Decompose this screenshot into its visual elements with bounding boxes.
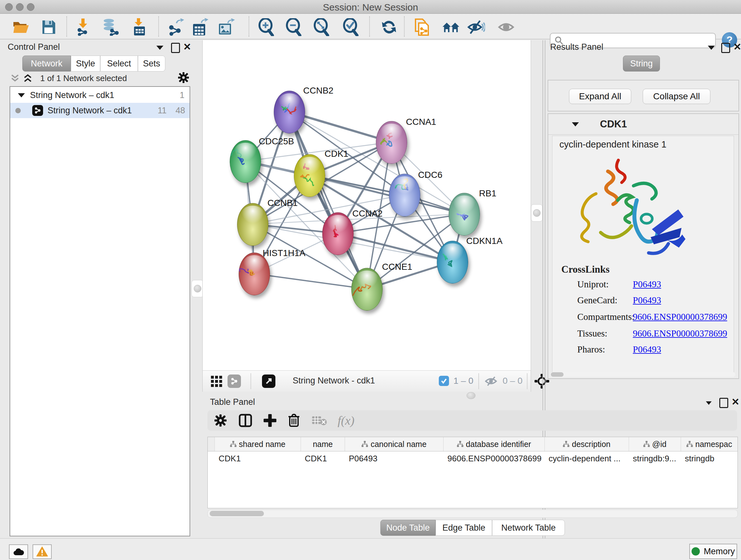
column-header-canonical-name[interactable]: canonical name [345,437,444,451]
save-icon [41,20,56,35]
export-table-button[interactable] [191,18,209,36]
node-label-CDK1: CDK1 [325,149,348,159]
delete-column-trash-icon[interactable] [288,414,300,428]
tab-network-table[interactable]: Network Table [492,520,565,536]
tab-style[interactable]: Style [71,56,100,71]
import-network-file-button[interactable] [74,18,92,36]
network-row-selected[interactable]: String Network – cdk1 11 48 [10,103,190,118]
table-horizontal-scrollbar[interactable] [207,509,738,518]
cloud-button[interactable] [9,544,28,559]
network-node-CDKN1A[interactable] [437,241,468,284]
close-panel-button[interactable]: ✕ [183,43,191,51]
crosslink-link[interactable]: P06493 [633,344,661,355]
save-session-button[interactable] [40,18,57,36]
zoom-fit-button[interactable] [313,18,330,36]
float-panel-button[interactable] [708,45,715,51]
expand-all-networks-icon[interactable] [23,74,32,82]
network-node-CDC25B[interactable] [230,140,261,183]
column-header-name[interactable]: name [301,437,345,451]
tab-node-table[interactable]: Node Table [381,520,435,536]
close-panel-button[interactable]: ✕ [731,398,739,406]
export-image-button[interactable] [217,18,235,36]
column-header-description[interactable]: description [545,437,629,451]
column-header-shared-name[interactable]: shared name [215,437,301,451]
network-edge[interactable] [254,273,367,289]
network-options-gear-icon[interactable] [178,72,189,83]
warnings-button[interactable] [32,544,52,559]
import-network-database-button[interactable] [102,18,119,36]
maximize-panel-button[interactable] [721,43,730,54]
network-node-HIST1H1A[interactable] [239,253,270,295]
copy-network-icon [414,18,430,37]
network-collection-row[interactable]: String Network – cdk1 1 [10,87,190,103]
network-type-share-icon[interactable] [227,374,241,388]
expand-all-button[interactable]: Expand All [569,89,631,104]
network-edge[interactable] [309,175,464,214]
network-node-RB1[interactable] [449,193,480,236]
hide-selected-button[interactable] [467,18,485,36]
collapse-all-networks-icon[interactable] [11,74,19,82]
crosslink-link[interactable]: 9606.ENSP00000378699 [633,328,727,339]
network-node-count: 11 [158,106,166,116]
collapse-all-button[interactable]: Collapse All [643,89,711,104]
create-column-plus-icon[interactable] [264,414,276,427]
delete-table-icon-disabled [312,415,327,426]
selected-checkbox[interactable] [439,376,449,386]
show-columns-icon[interactable] [239,414,252,427]
right-splitter-handle[interactable] [531,204,542,222]
crosslinks-title: CrossLinks [561,264,610,275]
export-network-button[interactable] [167,18,185,36]
maximize-panel-button[interactable] [719,398,728,409]
toolbar-separator [66,16,67,37]
column-header-namespace[interactable]: namespac [681,437,738,451]
float-panel-button[interactable] [156,45,163,51]
gene-entry-body: cyclin-dependent kinase 1 [552,136,734,373]
network-view-canvas[interactable]: CCNB2CCNA1CDC25BCDK1CDC6RB1CCNB1CCNA2CDK… [202,40,531,370]
results-horizontal-scrollbar[interactable] [550,372,735,377]
close-panel-button[interactable]: ✕ [733,43,741,51]
network-node-CCNA2[interactable] [322,212,354,255]
network-node-CCNA1[interactable] [376,121,407,164]
home-button[interactable] [442,18,460,36]
birdseye-grid-icon[interactable] [211,376,222,387]
network-node-CCNB1[interactable] [237,203,268,246]
tab-edge-table[interactable]: Edge Table [435,520,492,536]
tab-sets[interactable]: Sets [138,56,165,71]
column-header-id[interactable]: @id [629,437,681,451]
import-table-button[interactable] [130,18,148,36]
zoom-out-button[interactable] [285,18,302,36]
collection-expand-icon[interactable] [18,93,25,98]
zoom-selected-button[interactable] [342,18,360,36]
maximize-panel-button[interactable] [171,43,180,54]
memory-button[interactable]: Memory [689,544,737,559]
node-label-CCNA2: CCNA2 [352,208,383,219]
show-all-button[interactable] [498,18,516,36]
tab-select[interactable]: Select [100,56,138,71]
clone-network-button[interactable] [413,18,431,36]
crosslink-link[interactable]: 9606.ENSP00000378699 [633,312,727,322]
crosslink-label: Pharos: [577,344,605,355]
open-session-button[interactable] [12,18,30,36]
float-panel-button[interactable] [706,400,712,406]
apply-layout-button[interactable] [380,18,398,36]
column-header-database-identifier[interactable]: database identifier [444,437,545,451]
table-options-gear-icon[interactable] [214,415,226,427]
network-label: String Network – cdk1 [48,106,132,116]
entry-collapse-icon[interactable] [572,122,579,126]
network-node-CDC6[interactable] [389,174,420,216]
eye-icon [498,20,516,34]
tab-string[interactable]: String [623,56,660,71]
detach-view-icon[interactable] [262,374,275,388]
left-splitter-handle[interactable] [192,280,204,297]
network-node-CCNE1[interactable] [351,268,383,311]
table-row[interactable]: CDK1 CDK1 P06493 9606.ENSP00000378699 cy… [208,451,738,465]
zoom-in-button[interactable] [257,18,275,36]
gene-entry-header[interactable]: CDK1 [548,114,738,135]
tab-network[interactable]: Network [22,56,71,71]
table-panel: Table Panel ✕ [202,396,741,538]
network-edge[interactable] [289,112,367,289]
crosslink-link[interactable]: P06493 [633,279,661,290]
network-node-CDK1[interactable] [294,154,325,197]
crosslink-link[interactable]: P06493 [633,295,661,306]
network-node-CCNB2[interactable] [274,91,305,133]
